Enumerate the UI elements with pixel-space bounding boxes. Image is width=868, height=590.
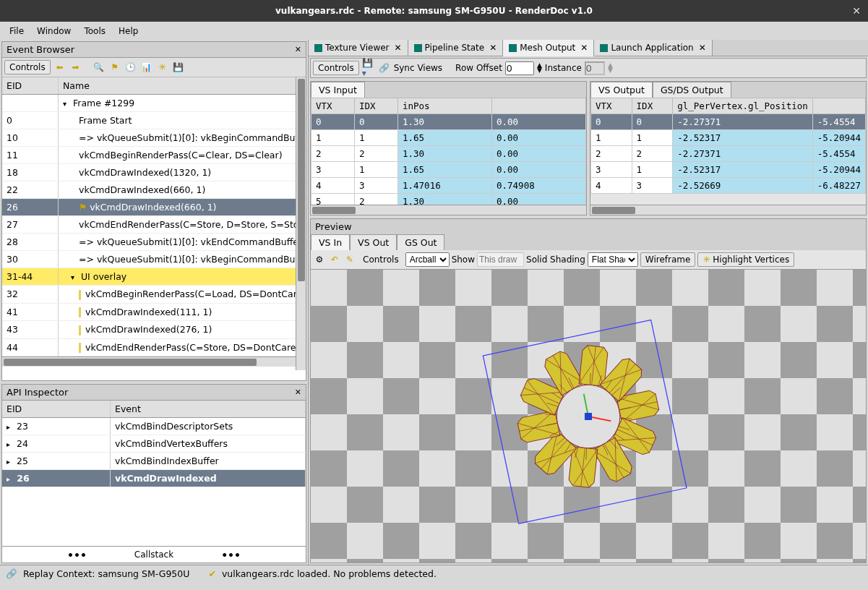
close-icon[interactable]: ✕	[295, 388, 301, 397]
statusbar: 🔗 Replay Context: samsung SM-G950U ✔ vul…	[0, 565, 868, 582]
event-row[interactable]: ▾ Frame #1299	[2, 95, 306, 112]
close-icon[interactable]: ✕	[295, 45, 301, 54]
link-icon[interactable]: 🔗	[378, 61, 391, 74]
shading-label: Solid Shading	[526, 255, 585, 265]
api-row[interactable]: ▸ 25vkCmdBindIndexBuffer	[2, 453, 306, 470]
horizontal-scrollbar[interactable]	[311, 205, 586, 215]
binoculars-icon[interactable]: 🔍	[93, 61, 106, 74]
event-row[interactable]: 30=> vkQueueSubmit(1)[0]: vkBeginCommand…	[2, 251, 306, 268]
event-row[interactable]: 22vkCmdDrawIndexed(660, 1)	[2, 181, 306, 199]
column-eid[interactable]: EID	[2, 401, 111, 417]
status-context: Replay Context: samsung SM-G950U	[23, 568, 189, 579]
preview-title: Preview	[315, 221, 352, 232]
controls-label: Controls	[358, 253, 403, 266]
column-name[interactable]: Name	[59, 77, 306, 94]
row-offset-label: Row Offset	[455, 63, 502, 73]
save-icon[interactable]: 💾	[172, 61, 185, 74]
event-row[interactable]: 27vkCmdEndRenderPass(C=Store, D=Store, S…	[2, 216, 306, 234]
wand-icon[interactable]: ✎	[343, 253, 356, 266]
menu-window[interactable]: Window	[31, 24, 77, 38]
event-browser-title: Event Browser	[7, 44, 74, 55]
instance-label: Instance	[545, 63, 582, 73]
gear-icon[interactable]: ✳	[156, 61, 169, 74]
event-row[interactable]: 18vkCmdDrawIndexed(1320, 1)	[2, 164, 306, 181]
event-row[interactable]: 10=> vkQueueSubmit(1)[0]: vkBeginCommand…	[2, 129, 306, 147]
table-row[interactable]: 001.300.00	[311, 114, 586, 130]
camera-mode-select[interactable]: Arcball	[405, 252, 450, 267]
table-row[interactable]: 00-2.27371-5.4554	[591, 114, 866, 130]
tab-vs-out[interactable]: VS Out	[350, 234, 397, 250]
status-loaded: vulkangears.rdc loaded. No problems dete…	[222, 568, 437, 579]
tab-vs-in[interactable]: VS In	[311, 234, 350, 250]
tab-vs-output[interactable]: VS Output	[590, 82, 653, 98]
table-row[interactable]: 11-2.52317-5.20944	[591, 130, 866, 146]
api-row[interactable]: ▸ 26vkCmdDrawIndexed	[2, 470, 306, 487]
svg-rect-68	[585, 413, 592, 420]
event-row[interactable]: 28=> vkQueueSubmit(1)[0]: vkEndCommandBu…	[2, 234, 306, 251]
tab-vs-input[interactable]: VS Input	[311, 82, 365, 98]
event-row[interactable]: 31-44▾ UI overlay	[2, 268, 306, 286]
save-dropdown-icon[interactable]: 💾▾	[362, 61, 375, 74]
tab-launch-application[interactable]: Launch Application✕	[594, 40, 712, 56]
event-row[interactable]: 43vkCmdDrawIndexed(276, 1)	[2, 321, 306, 339]
gear-icon[interactable]: ⚙	[313, 253, 326, 266]
menubar: File Window Tools Help	[0, 22, 868, 40]
tab-texture-viewer[interactable]: Texture Viewer✕	[309, 40, 408, 56]
event-row[interactable]: 41vkCmdDrawIndexed(111, 1)	[2, 304, 306, 322]
table-row[interactable]: 311.650.00	[311, 162, 586, 178]
next-arrow-icon[interactable]: ➡	[69, 61, 82, 74]
horizontal-scrollbar[interactable]	[2, 356, 306, 367]
highlight-button[interactable]: ✳ Highlight Vertices	[697, 252, 794, 267]
event-row[interactable]: 11vkCmdBeginRenderPass(C=Clear, DS=Clear…	[2, 147, 306, 164]
wireframe-button[interactable]: Wireframe	[640, 252, 696, 267]
table-row[interactable]: 43-2.52669-6.48227	[591, 178, 866, 194]
window-title: vulkangears.rdc - Remote: samsung SM-G95…	[275, 6, 593, 16]
event-row[interactable]: 26⚑ vkCmdDrawIndexed(660, 1)	[2, 199, 306, 216]
horizontal-scrollbar[interactable]	[590, 205, 866, 215]
api-row[interactable]: ▸ 23vkCmdBindDescriptorSets	[2, 418, 306, 435]
sync-views-label: Sync Views	[394, 63, 442, 73]
menu-file[interactable]: File	[4, 24, 30, 38]
show-label: Show	[452, 255, 475, 265]
column-event[interactable]: Event	[111, 401, 306, 417]
row-offset-input[interactable]	[505, 61, 534, 75]
gear-mesh	[480, 308, 697, 525]
event-row[interactable]: 0Frame Start	[2, 112, 306, 129]
event-row[interactable]: 44vkCmdEndRenderPass(C=Store, DS=DontCar…	[2, 339, 306, 357]
menu-tools[interactable]: Tools	[78, 24, 111, 38]
table-row[interactable]: 221.300.00	[311, 146, 586, 162]
show-input	[477, 252, 524, 267]
tab-mesh-output[interactable]: Mesh Output✕	[503, 40, 594, 56]
flag-icon[interactable]: ⚑	[108, 61, 121, 74]
table-row[interactable]: 31-2.52317-5.20944	[591, 162, 866, 178]
table-row[interactable]: 22-2.27371-5.4554	[591, 146, 866, 162]
titlebar: vulkangears.rdc - Remote: samsung SM-G95…	[0, 0, 868, 22]
table-row[interactable]: 111.650.00	[311, 130, 586, 146]
clock-icon[interactable]: 🕒	[124, 61, 137, 74]
undo-icon[interactable]: ↶	[328, 253, 341, 266]
menu-help[interactable]: Help	[113, 24, 144, 38]
tab-gsds-output[interactable]: GS/DS Output	[653, 82, 731, 98]
controls-button[interactable]: Controls	[4, 60, 51, 74]
controls-button[interactable]: Controls	[313, 61, 359, 75]
vertical-scrollbar[interactable]	[296, 77, 306, 370]
tab-pipeline-state[interactable]: Pipeline State✕	[408, 40, 504, 56]
chart-icon[interactable]: 📊	[140, 61, 153, 74]
table-row[interactable]: 521.300.00	[311, 194, 586, 205]
api-row[interactable]: ▸ 24vkCmdBindVertexBuffers	[2, 435, 306, 453]
main-tabs: Texture Viewer✕Pipeline State✕Mesh Outpu…	[309, 40, 868, 56]
instance-input	[585, 61, 605, 75]
check-icon: ✔	[208, 568, 215, 579]
callstack-toggle[interactable]: ••• Callstack •••	[2, 546, 306, 563]
link-icon: 🔗	[6, 568, 17, 579]
column-eid[interactable]: EID	[2, 77, 59, 94]
api-inspector-title: API Inspector	[7, 387, 68, 398]
shading-select[interactable]: Flat Shading	[588, 252, 638, 267]
close-icon[interactable]: ✕	[852, 5, 861, 17]
table-row[interactable]: 431.470160.74908	[311, 178, 586, 194]
tab-gs-out[interactable]: GS Out	[397, 234, 444, 250]
prev-arrow-icon[interactable]: ⬅	[53, 61, 66, 74]
event-row[interactable]: 32vkCmdBeginRenderPass(C=Load, DS=DontCa…	[2, 286, 306, 304]
mesh-viewport[interactable]	[311, 270, 866, 563]
